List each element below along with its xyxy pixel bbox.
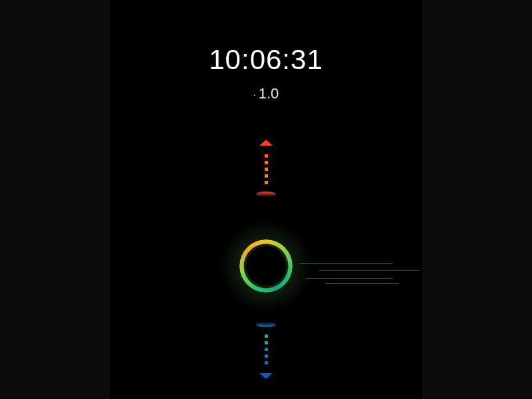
motion-trail [299, 263, 412, 287]
lower-lens-icon [256, 322, 276, 327]
track-dot [265, 334, 268, 338]
track-dot [265, 174, 268, 178]
track-dot [265, 348, 268, 351]
track-dot [265, 361, 268, 364]
joystick-ring[interactable] [233, 233, 299, 299]
subvalue-readout: ·1.0 [143, 85, 389, 102]
track-dot [265, 181, 268, 184]
chevron-up-icon [259, 140, 273, 146]
track-dot [265, 341, 268, 344]
chevron-down-icon [259, 373, 273, 379]
track-dot [265, 154, 268, 158]
ring-core [246, 246, 286, 286]
trail-line [326, 283, 399, 284]
lower-track [256, 322, 276, 379]
left-letterbox [0, 0, 110, 399]
track-dot [265, 354, 268, 358]
upper-track [256, 140, 276, 197]
trail-line [306, 278, 392, 279]
track-dot [265, 161, 268, 164]
subvalue-bullet: · [253, 89, 256, 100]
track-dot [265, 168, 268, 171]
subvalue-number: 1.0 [259, 85, 279, 102]
joystick-area[interactable] [143, 140, 389, 379]
device-screen: 10:06:31 ·1.0 [143, 0, 389, 399]
upper-lens-icon [256, 192, 276, 197]
right-letterbox [422, 0, 532, 399]
trail-line [319, 270, 419, 271]
clock-readout: 10:06:31 [143, 44, 389, 76]
trail-line [299, 263, 392, 264]
